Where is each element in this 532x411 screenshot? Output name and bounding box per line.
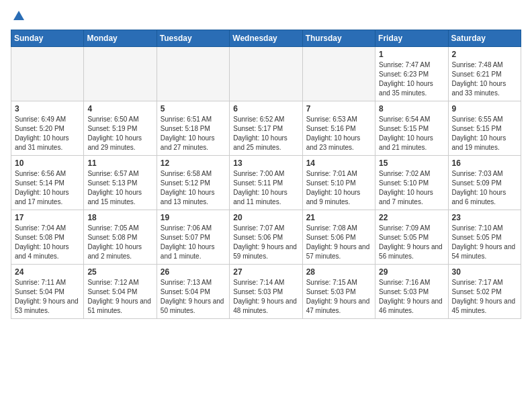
calendar-cell: 16Sunrise: 7:03 AMSunset: 5:09 PMDayligh…: [448, 156, 521, 210]
day-number: 26: [161, 267, 226, 277]
day-info: Sunrise: 6:55 AMSunset: 5:15 PMDaylight:…: [452, 115, 517, 152]
day-info: Sunrise: 7:11 AMSunset: 5:04 PMDaylight:…: [15, 278, 80, 316]
day-info: Sunrise: 7:09 AMSunset: 5:05 PMDaylight:…: [379, 224, 444, 261]
calendar-header-row: SundayMondayTuesdayWednesdayThursdayFrid…: [11, 30, 521, 47]
calendar-cell: 8Sunrise: 6:54 AMSunset: 5:15 PMDaylight…: [375, 101, 448, 156]
day-number: 18: [87, 213, 152, 222]
day-number: 4: [87, 104, 152, 113]
day-header-tuesday: Tuesday: [157, 30, 229, 47]
calendar-cell: [302, 47, 375, 101]
day-number: 19: [161, 213, 226, 222]
calendar-cell: 10Sunrise: 6:56 AMSunset: 5:14 PMDayligh…: [11, 156, 84, 210]
day-number: 17: [15, 213, 80, 222]
calendar-cell: 25Sunrise: 7:12 AMSunset: 5:04 PMDayligh…: [84, 265, 157, 319]
calendar-cell: 15Sunrise: 7:02 AMSunset: 5:10 PMDayligh…: [375, 156, 448, 210]
calendar-cell: 22Sunrise: 7:09 AMSunset: 5:05 PMDayligh…: [375, 210, 448, 265]
day-info: Sunrise: 7:04 AMSunset: 5:08 PMDaylight:…: [15, 224, 80, 261]
day-number: 11: [87, 158, 152, 168]
day-number: 12: [161, 158, 226, 168]
calendar-cell: 13Sunrise: 7:00 AMSunset: 5:11 PMDayligh…: [230, 156, 302, 210]
calendar-cell: 7Sunrise: 6:53 AMSunset: 5:16 PMDaylight…: [302, 101, 375, 156]
calendar-cell: 28Sunrise: 7:15 AMSunset: 5:03 PMDayligh…: [302, 265, 375, 319]
calendar-cell: 24Sunrise: 7:11 AMSunset: 5:04 PMDayligh…: [11, 265, 84, 319]
day-info: Sunrise: 6:57 AMSunset: 5:13 PMDaylight:…: [87, 169, 152, 207]
day-number: 22: [379, 213, 444, 222]
day-header-wednesday: Wednesday: [230, 30, 302, 47]
day-info: Sunrise: 7:01 AMSunset: 5:10 PMDaylight:…: [306, 169, 371, 207]
day-header-monday: Monday: [84, 30, 157, 47]
calendar-cell: 6Sunrise: 6:52 AMSunset: 5:17 PMDaylight…: [230, 101, 302, 156]
page-header: [11, 11, 521, 21]
day-number: 28: [306, 267, 371, 277]
calendar-cell: 29Sunrise: 7:16 AMSunset: 5:03 PMDayligh…: [375, 265, 448, 319]
day-number: 1: [379, 50, 444, 59]
day-number: 20: [233, 213, 298, 222]
day-info: Sunrise: 6:50 AMSunset: 5:19 PMDaylight:…: [87, 115, 152, 152]
day-number: 23: [452, 213, 517, 222]
day-info: Sunrise: 7:10 AMSunset: 5:05 PMDaylight:…: [452, 224, 517, 261]
day-info: Sunrise: 7:05 AMSunset: 5:08 PMDaylight:…: [87, 224, 152, 261]
day-info: Sunrise: 6:56 AMSunset: 5:14 PMDaylight:…: [15, 169, 80, 207]
day-number: 9: [452, 104, 517, 113]
calendar-week-row: 24Sunrise: 7:11 AMSunset: 5:04 PMDayligh…: [11, 265, 521, 319]
day-info: Sunrise: 6:54 AMSunset: 5:15 PMDaylight:…: [379, 115, 444, 152]
day-number: 24: [15, 267, 80, 277]
day-number: 8: [379, 104, 444, 113]
day-number: 2: [452, 50, 517, 59]
day-info: Sunrise: 7:02 AMSunset: 5:10 PMDaylight:…: [379, 169, 444, 207]
day-info: Sunrise: 7:16 AMSunset: 5:03 PMDaylight:…: [379, 278, 444, 316]
calendar-cell: 18Sunrise: 7:05 AMSunset: 5:08 PMDayligh…: [84, 210, 157, 265]
calendar-cell: [230, 47, 302, 101]
calendar-cell: 12Sunrise: 6:58 AMSunset: 5:12 PMDayligh…: [157, 156, 229, 210]
calendar-cell: [157, 47, 229, 101]
day-info: Sunrise: 7:15 AMSunset: 5:03 PMDaylight:…: [306, 278, 371, 316]
day-number: 3: [15, 104, 80, 113]
day-info: Sunrise: 7:47 AMSunset: 6:23 PMDaylight:…: [379, 60, 444, 98]
calendar-cell: 4Sunrise: 6:50 AMSunset: 5:19 PMDaylight…: [84, 101, 157, 156]
day-info: Sunrise: 7:03 AMSunset: 5:09 PMDaylight:…: [452, 169, 517, 207]
day-number: 6: [233, 104, 298, 113]
calendar-cell: [11, 47, 84, 101]
page-container: SundayMondayTuesdayWednesdayThursdayFrid…: [0, 0, 532, 330]
day-info: Sunrise: 6:52 AMSunset: 5:17 PMDaylight:…: [233, 115, 298, 152]
calendar-week-row: 10Sunrise: 6:56 AMSunset: 5:14 PMDayligh…: [11, 156, 521, 210]
calendar-cell: 21Sunrise: 7:08 AMSunset: 5:06 PMDayligh…: [302, 210, 375, 265]
calendar-cell: 26Sunrise: 7:13 AMSunset: 5:04 PMDayligh…: [157, 265, 229, 319]
day-info: Sunrise: 7:00 AMSunset: 5:11 PMDaylight:…: [233, 169, 298, 207]
day-number: 29: [379, 267, 444, 277]
day-info: Sunrise: 7:14 AMSunset: 5:03 PMDaylight:…: [233, 278, 298, 316]
calendar-cell: 19Sunrise: 7:06 AMSunset: 5:07 PMDayligh…: [157, 210, 229, 265]
day-number: 30: [452, 267, 517, 277]
day-info: Sunrise: 7:17 AMSunset: 5:02 PMDaylight:…: [452, 278, 517, 316]
calendar-cell: 2Sunrise: 7:48 AMSunset: 6:21 PMDaylight…: [448, 47, 521, 101]
day-info: Sunrise: 7:07 AMSunset: 5:06 PMDaylight:…: [233, 224, 298, 261]
day-number: 10: [15, 158, 80, 168]
day-header-friday: Friday: [375, 30, 448, 47]
calendar-cell: 14Sunrise: 7:01 AMSunset: 5:10 PMDayligh…: [302, 156, 375, 210]
day-info: Sunrise: 7:48 AMSunset: 6:21 PMDaylight:…: [452, 60, 517, 98]
day-header-sunday: Sunday: [11, 30, 84, 47]
day-info: Sunrise: 7:13 AMSunset: 5:04 PMDaylight:…: [161, 278, 226, 316]
day-info: Sunrise: 7:08 AMSunset: 5:06 PMDaylight:…: [306, 224, 371, 261]
calendar-week-row: 17Sunrise: 7:04 AMSunset: 5:08 PMDayligh…: [11, 210, 521, 265]
calendar-cell: 1Sunrise: 7:47 AMSunset: 6:23 PMDaylight…: [375, 47, 448, 101]
day-number: 15: [379, 158, 444, 168]
calendar-cell: 9Sunrise: 6:55 AMSunset: 5:15 PMDaylight…: [448, 101, 521, 156]
day-info: Sunrise: 7:06 AMSunset: 5:07 PMDaylight:…: [161, 224, 226, 261]
day-header-thursday: Thursday: [302, 30, 375, 47]
calendar-cell: 3Sunrise: 6:49 AMSunset: 5:20 PMDaylight…: [11, 101, 84, 156]
calendar-week-row: 3Sunrise: 6:49 AMSunset: 5:20 PMDaylight…: [11, 101, 521, 156]
day-info: Sunrise: 6:58 AMSunset: 5:12 PMDaylight:…: [161, 169, 226, 207]
calendar-cell: 23Sunrise: 7:10 AMSunset: 5:05 PMDayligh…: [448, 210, 521, 265]
logo-triangle-icon: [13, 11, 24, 20]
calendar-table: SundayMondayTuesdayWednesdayThursdayFrid…: [11, 30, 521, 319]
calendar-cell: 17Sunrise: 7:04 AMSunset: 5:08 PMDayligh…: [11, 210, 84, 265]
day-info: Sunrise: 6:53 AMSunset: 5:16 PMDaylight:…: [306, 115, 371, 152]
day-number: 5: [161, 104, 226, 113]
day-number: 13: [233, 158, 298, 168]
calendar-cell: 11Sunrise: 6:57 AMSunset: 5:13 PMDayligh…: [84, 156, 157, 210]
calendar-cell: 5Sunrise: 6:51 AMSunset: 5:18 PMDaylight…: [157, 101, 229, 156]
day-info: Sunrise: 6:51 AMSunset: 5:18 PMDaylight:…: [161, 115, 226, 152]
calendar-cell: 20Sunrise: 7:07 AMSunset: 5:06 PMDayligh…: [230, 210, 302, 265]
day-number: 27: [233, 267, 298, 277]
